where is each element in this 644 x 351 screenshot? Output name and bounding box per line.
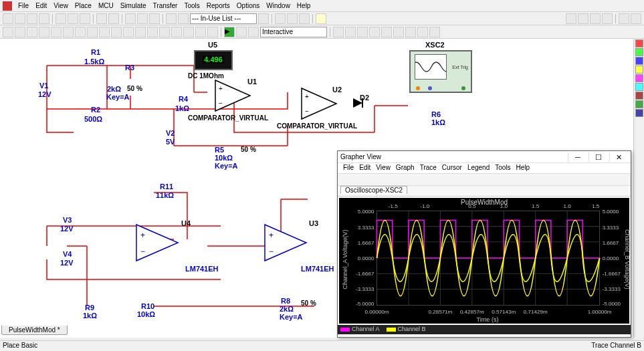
save-icon[interactable] (27, 13, 37, 24)
inst-5-icon[interactable] (635, 74, 643, 82)
opamp-u4[interactable]: +− (136, 225, 183, 262)
cut-icon[interactable] (56, 13, 66, 24)
inst-3-icon[interactable] (635, 57, 643, 65)
close-icon[interactable]: ✕ (609, 152, 628, 162)
g-save-icon[interactable] (360, 174, 369, 184)
sim-3-icon[interactable] (357, 27, 368, 37)
inst-7-icon[interactable] (635, 92, 643, 100)
menu-mcu[interactable]: MCU (95, 1, 117, 11)
sim-4-icon[interactable] (369, 27, 380, 37)
menu-tools[interactable]: Tools (181, 1, 203, 11)
comp-13-icon[interactable] (147, 27, 158, 37)
comp-10-icon[interactable] (111, 27, 122, 37)
g-export-icon[interactable] (450, 174, 459, 184)
print-icon[interactable] (39, 13, 49, 24)
zoom-in-icon[interactable] (566, 13, 576, 24)
g-print-icon[interactable] (370, 174, 379, 184)
g-menu-graph[interactable]: Graph (393, 163, 417, 173)
g-zoom-icon[interactable] (420, 174, 429, 184)
display-u5[interactable]: 4.496 (194, 50, 233, 70)
legend-ch-a[interactable]: Channel A (340, 326, 380, 334)
comp-18-icon[interactable] (207, 27, 218, 37)
sim-2-icon[interactable] (345, 27, 356, 37)
tool3-icon[interactable] (299, 13, 310, 24)
toggle-a-icon[interactable] (166, 13, 177, 24)
scope-xsc2[interactable]: Ext Trig (409, 50, 472, 93)
zoom-area-icon[interactable] (137, 13, 148, 24)
opamp-u3[interactable]: +− (265, 225, 312, 262)
inst-8-icon[interactable] (635, 100, 643, 108)
inst-9-icon[interactable] (635, 109, 643, 117)
maximize-icon[interactable]: ☐ (588, 152, 607, 162)
help-icon[interactable] (316, 13, 326, 24)
comp-11-icon[interactable] (123, 27, 134, 37)
sim-9-icon[interactable] (429, 27, 440, 37)
comp-7-icon[interactable] (75, 27, 86, 37)
comp-16-icon[interactable] (183, 27, 194, 37)
tool1-icon[interactable] (275, 13, 286, 24)
inst-6-icon[interactable] (635, 83, 643, 91)
run-icon[interactable]: ▶ (224, 27, 235, 37)
opamp-u2[interactable]: +− (302, 88, 342, 120)
tab-pulsewidthmod[interactable]: PulseWidthMod * (1, 326, 68, 335)
sim-7-icon[interactable] (405, 27, 416, 37)
legend-ch-b[interactable]: Channel B (387, 326, 426, 334)
copy-icon[interactable] (68, 13, 78, 24)
g-undo-icon[interactable] (400, 174, 409, 184)
comp-14-icon[interactable] (159, 27, 170, 37)
grapher-tab[interactable]: Oscilloscope-XSC2 (340, 186, 407, 194)
g-new-icon[interactable] (340, 174, 349, 184)
comp-9-icon[interactable] (99, 27, 110, 37)
comp-1-icon[interactable] (3, 27, 13, 37)
new-icon[interactable] (3, 13, 13, 24)
opamp-u1[interactable]: +− (215, 80, 255, 112)
g-text-icon[interactable] (440, 174, 449, 184)
comp-3-icon[interactable] (27, 27, 37, 37)
view-grid-icon[interactable] (631, 13, 641, 24)
redo-icon[interactable] (108, 13, 119, 24)
g-menu-legend[interactable]: Legend (465, 163, 492, 173)
sim-5-icon[interactable] (381, 27, 392, 37)
menu-simulate[interactable]: Simulate (117, 1, 150, 11)
g-menu-trace[interactable]: Trace (417, 163, 439, 173)
comp-2-icon[interactable] (15, 27, 25, 37)
refresh-icon[interactable] (258, 13, 269, 24)
g-menu-edit[interactable]: Edit (356, 163, 373, 173)
comp-8-icon[interactable] (87, 27, 98, 37)
menu-view[interactable]: View (50, 1, 72, 11)
g-copy-icon[interactable] (390, 174, 399, 184)
grapher-window[interactable]: Grapher View ─ ☐ ✕ File Edit View Graph … (337, 150, 631, 338)
g-menu-view[interactable]: View (373, 163, 393, 173)
g-cursor-icon[interactable] (430, 174, 439, 184)
menu-place[interactable]: Place (72, 1, 95, 11)
menu-window[interactable]: Window (263, 1, 294, 11)
pause-icon[interactable] (236, 27, 247, 37)
comp-15-icon[interactable] (171, 27, 182, 37)
grapher-plot[interactable]: PulseWidthMod (339, 198, 629, 324)
menu-edit[interactable]: Edit (32, 1, 50, 11)
diode-d2[interactable] (353, 98, 368, 109)
g-menu-file[interactable]: File (340, 163, 356, 173)
tool2-icon[interactable] (287, 13, 298, 24)
menu-file[interactable]: File (15, 1, 32, 11)
menu-options[interactable]: Options (233, 1, 263, 11)
comp-6-icon[interactable] (63, 27, 74, 37)
zoom-fit-icon[interactable] (125, 13, 136, 24)
inst-2-icon[interactable] (635, 48, 643, 56)
g-menu-help[interactable]: Help (514, 163, 533, 173)
g-excel-icon[interactable] (460, 174, 469, 184)
inuse-list-combo[interactable] (190, 13, 257, 24)
comp-5-icon[interactable] (51, 27, 62, 37)
zoom-out-icon[interactable] (578, 13, 588, 24)
comp-12-icon[interactable] (135, 27, 146, 37)
view-list-icon[interactable] (619, 13, 629, 24)
menu-help[interactable]: Help (294, 1, 314, 11)
fullscreen-icon[interactable] (149, 13, 160, 24)
interactive-combo[interactable] (260, 27, 327, 37)
paste-icon[interactable] (80, 13, 90, 24)
g-open-icon[interactable] (350, 174, 359, 184)
open-icon[interactable] (15, 13, 25, 24)
menu-transfer[interactable]: Transfer (150, 1, 181, 11)
menu-reports[interactable]: Reports (203, 1, 233, 11)
sim-6-icon[interactable] (393, 27, 404, 37)
